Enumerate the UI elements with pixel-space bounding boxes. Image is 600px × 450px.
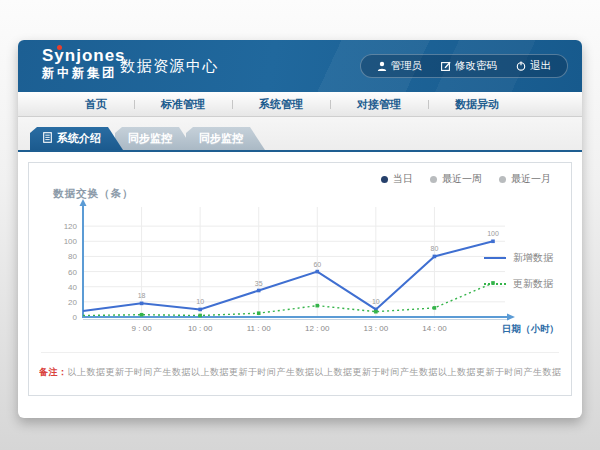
svg-text:120: 120: [64, 222, 78, 231]
admin-user-button[interactable]: 管理员: [377, 59, 423, 73]
svg-text:80: 80: [68, 252, 77, 261]
tab-sync-monitor-1-label: 同步监控: [128, 131, 172, 146]
tab-system-intro[interactable]: 系统介绍: [30, 127, 123, 150]
tab-strip: 系统介绍 同步监控 同步监控: [18, 117, 582, 152]
legend-new-data: 新增数据: [484, 251, 553, 265]
change-password-label: 修改密码: [455, 59, 497, 73]
admin-user-label: 管理员: [391, 59, 423, 73]
svg-text:10 : 00: 10 : 00: [188, 324, 213, 333]
legend-update-data-label: 更新数据: [513, 277, 553, 291]
logout-button[interactable]: 退出: [516, 59, 551, 73]
page-title: 数据资源中心: [120, 57, 219, 76]
edit-icon: [441, 61, 451, 71]
user-icon: [377, 61, 387, 71]
radio-last-week[interactable]: 最近一周: [430, 172, 482, 186]
company-name: 新中新集团: [42, 66, 126, 80]
svg-text:11 : 00: 11 : 00: [247, 324, 271, 333]
tab-sync-monitor-1[interactable]: 同步监控: [115, 127, 194, 150]
radio-last-month-label: 最近一月: [511, 172, 551, 186]
brand-text: Synjones: [42, 46, 126, 65]
user-menu: 管理员 修改密码 退出: [360, 54, 569, 78]
svg-text:35: 35: [255, 280, 263, 287]
content-panel: 当日 最近一周 最近一月 数据交换（条） 0204060801001209 : …: [28, 162, 572, 396]
nav-item-standards[interactable]: 标准管理: [134, 97, 232, 112]
svg-text:10: 10: [372, 298, 380, 305]
nav-item-system[interactable]: 系统管理: [232, 97, 330, 112]
power-icon: [516, 61, 526, 71]
brand-name: Synjones: [42, 46, 126, 66]
svg-text:60: 60: [313, 261, 321, 268]
svg-text:20: 20: [68, 298, 77, 307]
note-divider: [41, 352, 559, 353]
svg-text:18: 18: [138, 292, 146, 299]
legend-update-data: 更新数据: [484, 277, 553, 291]
change-password-button[interactable]: 修改密码: [441, 59, 497, 73]
svg-text:100: 100: [487, 230, 499, 237]
nav-item-home[interactable]: 首页: [58, 97, 134, 112]
svg-text:80: 80: [431, 245, 439, 252]
main-nav: 首页 标准管理 系统管理 对接管理 数据异动: [18, 92, 582, 117]
svg-text:60: 60: [68, 268, 77, 277]
tab-system-intro-label: 系统介绍: [57, 131, 101, 146]
chart-legend: 新增数据 更新数据: [484, 251, 553, 291]
svg-text:14 : 00: 14 : 00: [422, 324, 447, 333]
radio-unselected-icon: [430, 176, 437, 183]
note-text: 以上数据更新于时间产生数据以上数据更新于时间产生数据以上数据更新于时间产生数据以…: [68, 367, 562, 377]
svg-text:12 : 00: 12 : 00: [305, 324, 330, 333]
logout-label: 退出: [530, 59, 551, 73]
radio-today[interactable]: 当日: [381, 172, 413, 186]
app-header: Synjones 新中新集团 数据资源中心 管理员 修改密码: [18, 40, 582, 92]
note-prefix: 备注：: [39, 367, 68, 377]
dotted-line-swatch-icon: [484, 283, 506, 285]
nav-item-interface[interactable]: 对接管理: [330, 97, 428, 112]
svg-text:10: 10: [196, 298, 204, 305]
tab-sync-monitor-2[interactable]: 同步监控: [186, 127, 265, 150]
document-icon: [43, 132, 52, 145]
svg-text:0: 0: [73, 313, 78, 322]
svg-text:日期（小时）: 日期（小时）: [502, 323, 559, 335]
legend-new-data-label: 新增数据: [513, 251, 553, 265]
radio-last-week-label: 最近一周: [442, 172, 482, 186]
radio-selected-icon: [381, 176, 388, 183]
nav-item-data-change[interactable]: 数据异动: [428, 97, 526, 112]
svg-text:100: 100: [64, 237, 78, 246]
app-window: Synjones 新中新集团 数据资源中心 管理员 修改密码: [18, 40, 582, 418]
radio-today-label: 当日: [393, 172, 413, 186]
footer-note: 备注：以上数据更新于时间产生数据以上数据更新于时间产生数据以上数据更新于时间产生…: [39, 366, 561, 379]
svg-text:40: 40: [68, 283, 77, 292]
tab-sync-monitor-2-label: 同步监控: [199, 131, 243, 146]
radio-last-month[interactable]: 最近一月: [499, 172, 551, 186]
radio-unselected-icon: [499, 176, 506, 183]
range-filters: 当日 最近一周 最近一月: [381, 172, 551, 186]
brand-red-dot-icon: [57, 45, 62, 50]
solid-line-swatch-icon: [484, 257, 506, 259]
svg-text:13 : 00: 13 : 00: [364, 324, 389, 333]
svg-text:9 : 00: 9 : 00: [132, 324, 153, 333]
company-logo: Synjones 新中新集团: [42, 46, 126, 80]
